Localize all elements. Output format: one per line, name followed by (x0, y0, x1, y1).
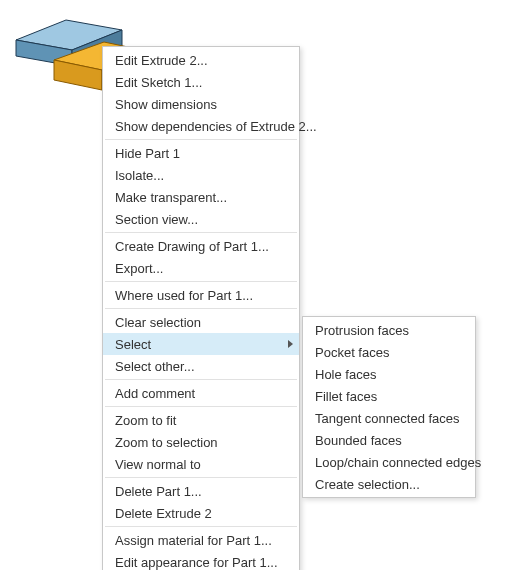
menu-item-label: Pocket faces (315, 345, 459, 360)
menu-separator (105, 308, 297, 309)
menu-separator (105, 281, 297, 282)
submenu-arrow-icon (288, 340, 293, 348)
menu-item-label: Create selection... (315, 477, 459, 492)
menu-item-assign-material[interactable]: Assign material for Part 1... (103, 529, 299, 551)
menu-item-label: Hide Part 1 (115, 146, 283, 161)
menu-item-label: Assign material for Part 1... (115, 533, 283, 548)
menu-item-label: Select other... (115, 359, 283, 374)
menu-item-label: Show dimensions (115, 97, 283, 112)
submenu-item-protrusion-faces[interactable]: Protrusion faces (303, 319, 475, 341)
menu-item-label: Make transparent... (115, 190, 283, 205)
menu-item-label: Select (115, 337, 283, 352)
menu-item-delete-extrude[interactable]: Delete Extrude 2 (103, 502, 299, 524)
menu-item-label: Edit Extrude 2... (115, 53, 283, 68)
menu-item-zoom-selection[interactable]: Zoom to selection (103, 431, 299, 453)
context-menu: Edit Extrude 2... Edit Sketch 1... Show … (102, 46, 300, 570)
menu-item-label: Isolate... (115, 168, 283, 183)
menu-item-label: Zoom to selection (115, 435, 283, 450)
submenu-item-pocket-faces[interactable]: Pocket faces (303, 341, 475, 363)
menu-item-hide[interactable]: Hide Part 1 (103, 142, 299, 164)
menu-item-make-transparent[interactable]: Make transparent... (103, 186, 299, 208)
menu-item-label: View normal to (115, 457, 283, 472)
menu-item-label: Show dependencies of Extrude 2... (115, 119, 317, 134)
menu-separator (105, 379, 297, 380)
menu-item-label: Edit appearance for Part 1... (115, 555, 283, 570)
menu-item-show-dependencies[interactable]: Show dependencies of Extrude 2... (103, 115, 299, 137)
menu-item-label: Section view... (115, 212, 283, 227)
submenu-item-create-selection[interactable]: Create selection... (303, 473, 475, 495)
menu-item-add-comment[interactable]: Add comment (103, 382, 299, 404)
menu-item-label: Export... (115, 261, 283, 276)
menu-item-label: Delete Part 1... (115, 484, 283, 499)
menu-item-section-view[interactable]: Section view... (103, 208, 299, 230)
menu-item-select[interactable]: Select (103, 333, 299, 355)
submenu-item-loop-chain-edges[interactable]: Loop/chain connected edges (303, 451, 475, 473)
menu-item-label: Fillet faces (315, 389, 459, 404)
menu-item-export[interactable]: Export... (103, 257, 299, 279)
submenu-item-hole-faces[interactable]: Hole faces (303, 363, 475, 385)
menu-item-label: Loop/chain connected edges (315, 455, 481, 470)
menu-item-label: Hole faces (315, 367, 459, 382)
menu-item-label: Clear selection (115, 315, 283, 330)
submenu-item-bounded-faces[interactable]: Bounded faces (303, 429, 475, 451)
menu-item-create-drawing[interactable]: Create Drawing of Part 1... (103, 235, 299, 257)
menu-separator (105, 139, 297, 140)
submenu-item-tangent-connected-faces[interactable]: Tangent connected faces (303, 407, 475, 429)
menu-separator (105, 477, 297, 478)
menu-item-edit-extrude[interactable]: Edit Extrude 2... (103, 49, 299, 71)
menu-item-label: Delete Extrude 2 (115, 506, 283, 521)
submenu-item-fillet-faces[interactable]: Fillet faces (303, 385, 475, 407)
menu-item-label: Tangent connected faces (315, 411, 460, 426)
select-submenu: Protrusion faces Pocket faces Hole faces… (302, 316, 476, 498)
menu-item-clear-selection[interactable]: Clear selection (103, 311, 299, 333)
menu-item-label: Zoom to fit (115, 413, 283, 428)
menu-item-label: Protrusion faces (315, 323, 459, 338)
menu-item-delete-part[interactable]: Delete Part 1... (103, 480, 299, 502)
menu-item-select-other[interactable]: Select other... (103, 355, 299, 377)
menu-item-view-normal[interactable]: View normal to (103, 453, 299, 475)
menu-separator (105, 526, 297, 527)
menu-item-label: Bounded faces (315, 433, 459, 448)
menu-item-label: Where used for Part 1... (115, 288, 283, 303)
menu-item-label: Add comment (115, 386, 283, 401)
menu-item-show-dimensions[interactable]: Show dimensions (103, 93, 299, 115)
menu-separator (105, 232, 297, 233)
menu-item-where-used[interactable]: Where used for Part 1... (103, 284, 299, 306)
menu-item-isolate[interactable]: Isolate... (103, 164, 299, 186)
menu-separator (105, 406, 297, 407)
menu-item-label: Create Drawing of Part 1... (115, 239, 283, 254)
menu-item-zoom-fit[interactable]: Zoom to fit (103, 409, 299, 431)
menu-item-label: Edit Sketch 1... (115, 75, 283, 90)
menu-item-edit-appearance[interactable]: Edit appearance for Part 1... (103, 551, 299, 570)
menu-item-edit-sketch[interactable]: Edit Sketch 1... (103, 71, 299, 93)
